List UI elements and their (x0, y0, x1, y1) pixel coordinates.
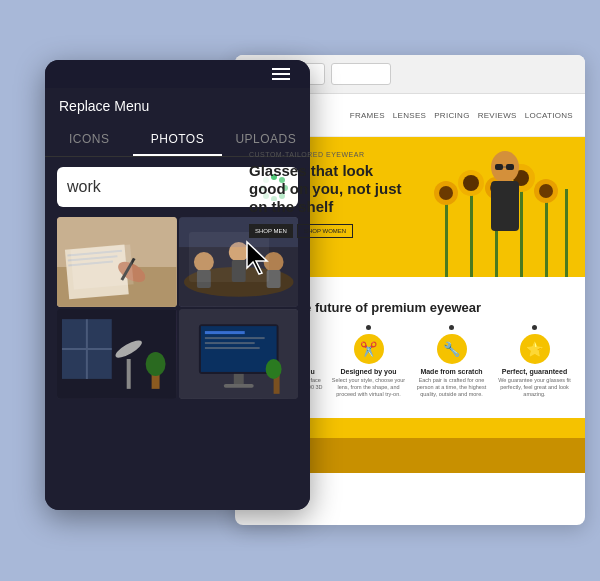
step-4-dot (532, 325, 537, 330)
svg-rect-36 (65, 245, 129, 300)
tab-icons[interactable]: ICONS (45, 124, 133, 156)
svg-point-69 (265, 359, 281, 379)
svg-rect-6 (565, 189, 568, 277)
phone-status-bar (45, 60, 310, 88)
nav-reviews[interactable]: REVIEWS (478, 111, 517, 120)
step-2-icon: ✂️ (354, 334, 384, 364)
svg-rect-62 (204, 331, 244, 334)
svg-rect-1 (445, 197, 448, 277)
hero-image (425, 137, 585, 277)
hamburger-line-2 (272, 73, 290, 75)
shop-women-button[interactable]: SHOP WOMEN (297, 224, 353, 238)
replace-menu-title: Replace Menu (59, 98, 296, 114)
hero-illustration (425, 137, 585, 277)
svg-rect-65 (204, 347, 259, 349)
browser-url-bar-secondary[interactable] (331, 63, 391, 85)
photo-cell-writing[interactable] (57, 217, 177, 307)
svg-rect-5 (545, 195, 548, 277)
hamburger-icon[interactable] (272, 68, 290, 80)
step-3-label: Made from scratch (413, 368, 490, 375)
nav-frames[interactable]: FRAMES (350, 111, 385, 120)
nav-locations[interactable]: LOCATIONS (525, 111, 573, 120)
sunny-nav: FRAMES LENSES PRICING REVIEWS LOCATIONS (350, 111, 573, 120)
tab-photos[interactable]: PHOTOS (133, 124, 221, 156)
photo-cell-tech[interactable] (179, 309, 299, 399)
svg-point-10 (463, 175, 479, 191)
svg-rect-63 (204, 337, 264, 339)
photo-cell-office[interactable] (57, 309, 177, 399)
step-4-label: Perfect, guaranteed (496, 368, 573, 375)
step-3-icon: 🔧 (437, 334, 467, 364)
svg-rect-20 (506, 164, 514, 170)
step-3: 🔧 Made from scratch Each pair is crafted… (413, 325, 490, 398)
hamburger-line-1 (272, 68, 290, 70)
step-3-dot (449, 325, 454, 330)
shop-men-button[interactable]: SHOP MEN (249, 224, 293, 238)
svg-rect-38 (68, 255, 118, 261)
svg-rect-18 (491, 181, 519, 231)
search-value: work (67, 178, 101, 196)
svg-point-8 (439, 186, 453, 200)
sunny-hero: CUSTOM-TAILORED EYEWEAR Glasses that loo… (235, 137, 585, 277)
step-2: ✂️ Designed by you Select your style, ch… (330, 325, 407, 398)
svg-point-58 (146, 352, 166, 376)
svg-rect-19 (495, 164, 503, 170)
tab-icons-label: ICONS (69, 132, 110, 146)
svg-point-44 (193, 252, 213, 272)
svg-rect-4 (520, 182, 523, 277)
hero-tag: CUSTOM-TAILORED EYEWEAR (249, 151, 411, 158)
step-4: ⭐ Perfect, guaranteed We guarantee your … (496, 325, 573, 398)
hero-buttons: SHOP MEN SHOP WOMEN (249, 224, 411, 238)
svg-rect-2 (470, 187, 473, 277)
mobile-phone: Replace Menu ICONS PHOTOS UPLOADS work (45, 60, 310, 510)
svg-rect-64 (204, 342, 254, 344)
cursor-pointer (245, 240, 275, 276)
step-2-label: Designed by you (330, 368, 407, 375)
nav-pricing[interactable]: PRICING (434, 111, 469, 120)
tab-photos-label: PHOTOS (151, 132, 204, 146)
step-4-desc: We guarantee your glasses fit perfectly,… (496, 377, 573, 398)
replace-menu-bar: Replace Menu (45, 88, 310, 124)
step-2-dot (366, 325, 371, 330)
nav-lenses[interactable]: LENSES (393, 111, 426, 120)
step-2-desc: Select your style, choose your lens, fro… (330, 377, 407, 398)
svg-rect-39 (68, 261, 113, 267)
hamburger-line-3 (272, 78, 290, 80)
svg-rect-37 (67, 250, 122, 257)
hero-title: Glasses that look good on you, not just … (249, 162, 411, 216)
svg-point-16 (539, 184, 553, 198)
step-3-desc: Each pair is crafted for one person at a… (413, 377, 490, 398)
step-4-icon: ⭐ (520, 334, 550, 364)
svg-rect-45 (196, 270, 210, 288)
svg-rect-55 (127, 359, 131, 389)
svg-rect-67 (223, 384, 253, 388)
